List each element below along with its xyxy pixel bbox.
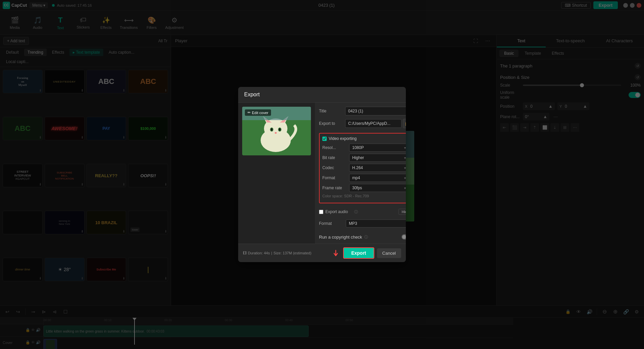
title-label: Title	[319, 109, 342, 113]
size-label: Size: 137M (estimated)	[273, 251, 311, 255]
export-dialog: Export	[238, 87, 406, 262]
copyright-info-icon: ⓘ	[364, 235, 368, 240]
hide-button[interactable]: Hide	[398, 209, 406, 215]
bitrate-select[interactable]: Higher ▾	[349, 154, 406, 162]
video-exporting-section: Video exporting Resol... 1080P ▾ Bit rat…	[319, 133, 406, 203]
dialog-footer: 🎞 Duration: 44s | Size: 137M (estimated)…	[238, 244, 406, 262]
export-to-group: 📁	[345, 119, 406, 128]
duration-label: Duration: 44s	[248, 251, 270, 255]
svg-point-27	[279, 128, 281, 131]
framerate-row: Frame rate 30fps ▾	[322, 184, 406, 192]
dialog-body: ✏ Edit cover Title Export to 📁	[238, 103, 406, 244]
colorspace-label: Color space: SDR - Rec.709	[322, 194, 369, 198]
audio-format-row: Format MP3 ▾	[319, 219, 406, 228]
ve-header: Video exporting	[322, 136, 406, 141]
copyright-row: Run a copyright check ⓘ	[319, 234, 406, 240]
footer-info: 🎞 Duration: 44s | Size: 137M (estimated)	[243, 251, 330, 255]
svg-point-28	[275, 132, 277, 134]
export-audio-label: Export audio	[325, 209, 352, 214]
title-row: Title	[319, 107, 406, 115]
colorspace-row: Color space: SDR - Rec.709	[322, 194, 406, 198]
codec-label: Codec	[322, 165, 349, 170]
folder-button[interactable]: 📁	[403, 119, 406, 128]
video-exporting-label: Video exporting	[329, 136, 357, 141]
form-section: Title Export to 📁 Video exporting	[315, 103, 406, 244]
format-row: Format mp4 ▾	[322, 174, 406, 182]
arrow-indicator	[332, 250, 339, 256]
video-export-checkbox[interactable]	[322, 137, 327, 141]
edit-icon: ✏	[248, 110, 251, 115]
audio-format-select[interactable]: MP3 ▾	[346, 219, 406, 228]
bitrate-row: Bit rate Higher ▾	[322, 154, 406, 162]
edit-cover-button[interactable]: ✏ Edit cover	[245, 109, 271, 116]
cover-image: ✏ Edit cover	[242, 107, 311, 155]
red-arrow-svg	[332, 250, 339, 256]
export-dialog-overlay: Export	[0, 0, 644, 349]
export-audio-checkbox[interactable]	[319, 210, 323, 214]
audio-format-label: Format	[319, 221, 346, 226]
format-label: Format	[322, 176, 349, 180]
bitrate-label: Bit rate	[322, 155, 349, 160]
resolution-row: Resol... 1080P ▾	[322, 144, 406, 152]
resolution-select[interactable]: 1080P ▾	[349, 144, 406, 152]
export-path-input[interactable]	[345, 119, 401, 128]
copyright-toggle[interactable]	[401, 234, 406, 240]
cover-section: ✏ Edit cover	[238, 103, 315, 244]
film-icon: 🎞	[243, 251, 247, 255]
codec-select[interactable]: H.264 ▾	[349, 164, 406, 172]
cancel-button[interactable]: Cancel	[377, 248, 401, 258]
export-dialog-title: Export	[238, 87, 406, 103]
resolution-label: Resol...	[322, 145, 349, 150]
codec-row: Codec H.264 ▾	[322, 164, 406, 172]
audio-info-icon: ⓘ	[354, 209, 358, 214]
export-to-row: Export to 📁	[319, 119, 406, 128]
copyright-label: Run a copyright check	[319, 235, 362, 240]
export-audio-row: Export audio ⓘ Hide	[319, 209, 406, 215]
svg-point-26	[271, 128, 273, 131]
format-select[interactable]: mp4 ▾	[349, 174, 406, 182]
title-input[interactable]	[345, 107, 406, 115]
export-to-label: Export to	[319, 121, 342, 126]
framerate-label: Frame rate	[322, 186, 349, 190]
framerate-select[interactable]: 30fps ▾	[349, 184, 406, 192]
export-confirm-button[interactable]: Export	[343, 247, 374, 259]
